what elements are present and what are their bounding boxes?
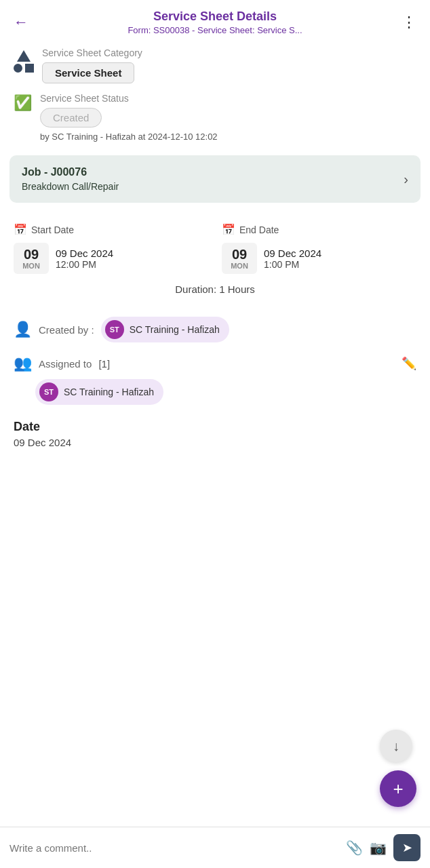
start-date-label: Start Date [31, 224, 74, 235]
status-by: by SC Training - Hafizah at 2024-12-10 1… [40, 132, 218, 142]
triangle-shape [17, 50, 31, 62]
category-section: Service Sheet Category Service Sheet [0, 41, 430, 83]
status-content: Service Sheet Status Created by SC Train… [40, 93, 218, 142]
start-date-text: 09 Dec 2024 12:00 PM [56, 248, 113, 270]
back-button[interactable]: ← [11, 11, 31, 34]
edit-assigned-button[interactable]: ✏️ [402, 356, 416, 371]
end-date-main: 09 Dec 2024 [264, 248, 321, 259]
dates-section: 📅 Start Date 09 MON 09 Dec 2024 12:00 PM… [0, 216, 430, 306]
assigned-chips: ST SC Training - Hafizah [0, 372, 430, 410]
start-date-main: 09 Dec 2024 [56, 248, 113, 259]
status-badge: Created [40, 108, 102, 127]
end-date-day: 09 [229, 247, 250, 262]
start-date-day: 09 [20, 247, 42, 262]
end-date-box: 09 MON [222, 243, 257, 274]
job-card-content: Job - J00076 Breakdown Call/Repair [22, 166, 119, 192]
circle-shape [14, 64, 22, 73]
assigned-user-name: SC Training - Hafizah [64, 387, 154, 397]
start-date-weekday: MON [20, 262, 42, 270]
attachment-icon[interactable]: 📎 [346, 840, 363, 856]
calendar-icon-end: 📅 [222, 223, 235, 236]
job-card-title: Job - J00076 [22, 166, 119, 178]
end-date-heading: 📅 End Date [222, 223, 416, 236]
bottom-date-section: Date 09 Dec 2024 [0, 410, 430, 489]
category-icon [14, 50, 34, 73]
start-date-time: 12:00 PM [56, 259, 113, 270]
assigned-user-avatar: ST [39, 382, 58, 401]
start-date-heading: 📅 Start Date [14, 223, 208, 236]
shapes-row [14, 64, 34, 73]
end-date-text: 09 Dec 2024 1:00 PM [264, 248, 321, 270]
end-date-col: 📅 End Date 09 MON 09 Dec 2024 1:00 PM [222, 223, 416, 274]
category-content: Service Sheet Category Service Sheet [42, 47, 142, 83]
end-date-weekday: MON [229, 262, 250, 270]
send-button[interactable]: ➤ [393, 834, 421, 861]
header: ← Service Sheet Details Form: SS00038 - … [0, 0, 430, 41]
date-label: Date [14, 420, 416, 434]
end-date-label: End Date [239, 224, 279, 235]
header-center: Service Sheet Details Form: SS00038 - Se… [31, 9, 399, 35]
created-by-name: SC Training - Hafizah [130, 324, 220, 335]
camera-icon[interactable]: 📷 [370, 840, 387, 856]
dates-row: 📅 Start Date 09 MON 09 Dec 2024 12:00 PM… [14, 223, 416, 274]
assigned-user-chip: ST SC Training - Hafizah [35, 379, 163, 405]
category-label: Service Sheet Category [42, 47, 142, 58]
square-shape [25, 64, 34, 73]
assigned-to-count: [1] [98, 358, 110, 370]
job-card[interactable]: Job - J00076 Breakdown Call/Repair › [9, 155, 421, 203]
chevron-right-icon: › [404, 172, 408, 187]
fab-container: ↓ + [380, 730, 416, 807]
start-date-value-row: 09 MON 09 Dec 2024 12:00 PM [14, 243, 208, 274]
assigned-to-label: Assigned to [39, 358, 92, 370]
category-badge: Service Sheet [42, 62, 134, 83]
status-section: ✅ Service Sheet Status Created by SC Tra… [0, 83, 430, 142]
end-date-time: 1:00 PM [264, 259, 321, 270]
comment-bar: 📎 📷 ➤ [0, 827, 430, 868]
assigned-to-row: 👥 Assigned to [1] ✏️ [0, 349, 430, 372]
add-button[interactable]: + [380, 770, 416, 807]
send-icon: ➤ [402, 840, 412, 855]
calendar-icon-start: 📅 [14, 223, 27, 236]
date-value: 09 Dec 2024 [14, 437, 416, 448]
comment-input[interactable] [9, 842, 339, 854]
status-label: Service Sheet Status [40, 93, 218, 104]
job-card-subtitle: Breakdown Call/Repair [22, 181, 119, 192]
created-by-avatar: ST [105, 320, 124, 339]
more-button[interactable]: ⋮ [399, 11, 419, 34]
end-date-value-row: 09 MON 09 Dec 2024 1:00 PM [222, 243, 416, 274]
person-icon: 👤 [14, 321, 32, 338]
duration: Duration: 1 Hours [14, 274, 416, 299]
header-subtitle: Form: SS00038 - Service Sheet: Service S… [31, 25, 399, 35]
page-title: Service Sheet Details [31, 9, 399, 24]
created-by-row: 👤 Created by : ST SC Training - Hafizah [0, 306, 430, 349]
group-icon: 👥 [14, 355, 32, 372]
start-date-box: 09 MON [14, 243, 49, 274]
start-date-col: 📅 Start Date 09 MON 09 Dec 2024 12:00 PM [14, 223, 208, 274]
status-check-icon: ✅ [14, 94, 32, 112]
scroll-down-button[interactable]: ↓ [380, 730, 412, 762]
created-by-chip: ST SC Training - Hafizah [101, 317, 229, 342]
created-by-label: Created by : [39, 324, 94, 336]
